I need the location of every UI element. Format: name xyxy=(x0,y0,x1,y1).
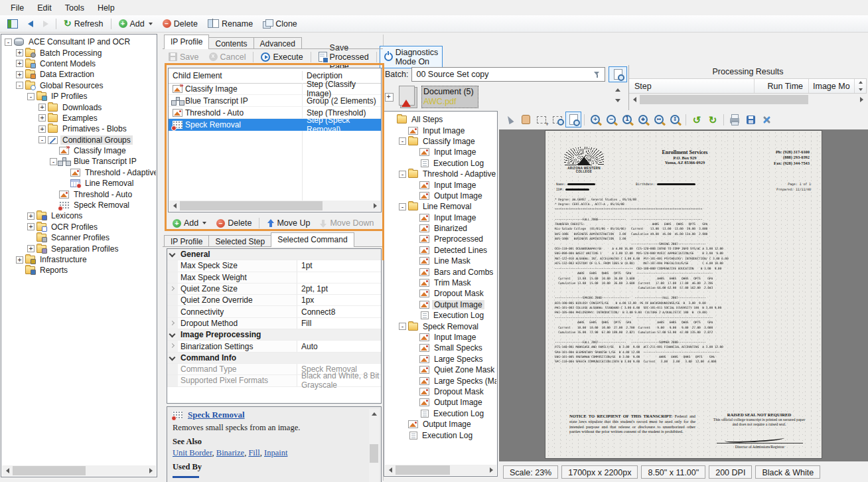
tree-item[interactable]: Blue Transcript IP xyxy=(2,156,156,167)
tree-expander[interactable] xyxy=(399,127,406,134)
tree-expander[interactable] xyxy=(61,169,68,176)
step-tree-item[interactable]: Input Image xyxy=(385,332,496,343)
property-row[interactable]: Max Speck Size 1pt xyxy=(167,260,381,272)
tree-expander[interactable] xyxy=(410,268,417,276)
step-tree-item[interactable]: Execution Log xyxy=(385,310,496,321)
tree-expander[interactable] xyxy=(16,49,23,56)
property-value[interactable]: 2pt, 1pt xyxy=(297,284,381,293)
tree-expander[interactable] xyxy=(410,159,417,167)
tree-expander[interactable] xyxy=(38,136,46,143)
viewer-tool-button[interactable] xyxy=(727,112,743,127)
tree-expander[interactable] xyxy=(5,39,12,46)
tree-expander[interactable] xyxy=(399,203,406,210)
tree-expander[interactable] xyxy=(410,280,417,287)
tree-item[interactable]: Primatives - Blobs xyxy=(2,123,156,134)
column-header-child-element[interactable]: Child Element xyxy=(169,71,303,80)
tree-expander[interactable] xyxy=(388,116,395,123)
tree-expander[interactable] xyxy=(410,149,417,156)
step-tree-item[interactable]: Trim Mask xyxy=(385,278,496,288)
step-tree-item[interactable]: Classify Image xyxy=(385,136,496,147)
property-value[interactable]: 1px xyxy=(297,295,381,305)
scroll-right-icon[interactable] xyxy=(145,465,156,476)
viewer-tool-button[interactable]: + xyxy=(587,112,603,127)
step-tree-item[interactable]: Line Mask xyxy=(385,256,496,266)
step-tree-item[interactable]: Line Removal xyxy=(385,201,496,212)
tree-item[interactable]: Batch Processing xyxy=(2,47,156,58)
property-row[interactable]: General xyxy=(167,249,381,260)
tree-item[interactable]: Line Removal xyxy=(2,178,156,189)
tree-item[interactable]: Downloads xyxy=(2,102,156,112)
tree-item[interactable]: ACE Consultant IP and OCR xyxy=(2,37,156,47)
tree-item[interactable]: OCR Profiles xyxy=(2,222,156,232)
back-button[interactable] xyxy=(23,19,38,29)
menu-item[interactable]: Tools xyxy=(58,1,91,15)
toggle-tree-panel-button[interactable] xyxy=(3,17,23,31)
property-value[interactable]: Connect8 xyxy=(297,307,381,317)
tree-item[interactable]: Threshold - Adaptive xyxy=(2,167,156,178)
see-also-link[interactable]: Fill xyxy=(248,448,259,457)
tree-expander[interactable] xyxy=(16,71,23,78)
tree-expander[interactable] xyxy=(410,377,417,384)
step-tree-item[interactable]: Bars and Combs xyxy=(385,266,496,277)
menu-item[interactable]: Edit xyxy=(31,1,58,15)
viewer-tool-button[interactable] xyxy=(534,112,549,127)
tree-expander[interactable] xyxy=(410,214,417,221)
help-vscrollbar[interactable] xyxy=(369,409,379,482)
scroll-right-icon[interactable] xyxy=(856,94,867,105)
tab[interactable]: Contents xyxy=(208,37,253,49)
tree-expander[interactable] xyxy=(410,258,417,265)
property-row[interactable]: Quiet Zone Size 2pt, 1pt xyxy=(167,283,381,295)
step-tree-item[interactable]: Execution Log xyxy=(385,158,496,169)
tree-expander[interactable] xyxy=(410,388,417,395)
see-also-link[interactable]: Unit Border xyxy=(173,448,212,457)
property-value[interactable]: Auto xyxy=(297,342,381,351)
tree-item[interactable]: Content Models xyxy=(2,58,156,69)
tree-item[interactable]: Threshold - Auto xyxy=(2,189,156,199)
grid-row[interactable]: Blue Transcript IP Group (2 Elements) xyxy=(169,95,381,107)
step-tree-item[interactable]: Quiet Zone Mask xyxy=(385,364,496,375)
step-tree-item[interactable]: Speck Removal xyxy=(385,321,496,331)
tree-expander[interactable] xyxy=(16,82,23,89)
grid-add-button[interactable]: Add xyxy=(168,216,211,230)
tree-expander[interactable] xyxy=(50,158,57,165)
tree-item[interactable]: Global Resources xyxy=(2,80,156,91)
tree-expander[interactable] xyxy=(16,267,23,274)
see-also-link[interactable]: Inpaint xyxy=(264,448,287,457)
tab[interactable]: Selected Command xyxy=(271,232,354,247)
tree-item[interactable]: Data Extraction xyxy=(2,69,156,80)
add-button[interactable]: Add xyxy=(114,17,157,31)
viewer-tool-button[interactable] xyxy=(565,112,581,127)
diagnostics-mode-button[interactable]: Diagnostics Mode On xyxy=(380,46,443,68)
save-button[interactable]: Save xyxy=(164,50,204,64)
rename-button[interactable]: Rename xyxy=(203,17,257,31)
scroll-right-icon[interactable] xyxy=(486,465,496,475)
results-hscrollbar[interactable] xyxy=(629,94,867,105)
step-tree-item[interactable]: Detected Lines xyxy=(385,245,496,256)
column-header-step[interactable]: Step xyxy=(629,79,755,93)
tree-item[interactable]: Examples xyxy=(2,113,156,123)
property-row[interactable]: Image Preprocessing xyxy=(167,329,381,341)
step-tree-item[interactable]: Preprocessed xyxy=(385,234,496,244)
steps-tree-hscrollbar[interactable] xyxy=(385,465,496,475)
property-row[interactable]: Quiet Zone Override 1px xyxy=(167,295,381,306)
tree-item[interactable]: Reports xyxy=(2,265,156,276)
grid-delete-button[interactable]: Delete xyxy=(212,216,256,230)
step-tree-item[interactable]: Small Specks xyxy=(385,343,496,353)
menu-item[interactable]: File xyxy=(4,1,31,15)
tree-expander[interactable] xyxy=(16,256,23,264)
step-tree-item[interactable]: Execution Log xyxy=(385,430,496,440)
viewer-tool-button[interactable]: ↔ xyxy=(651,112,667,127)
step-tree-item[interactable]: Large Specks (Masked) xyxy=(385,375,496,386)
tree-expander[interactable] xyxy=(27,93,35,100)
grid-hscrollbar[interactable] xyxy=(169,201,380,211)
step-tree-item[interactable]: All Steps xyxy=(385,114,496,125)
see-also-link[interactable]: Binarize xyxy=(216,448,244,457)
viewer-tool-button[interactable]: ↕ xyxy=(667,112,683,127)
viewer-tool-button[interactable]: ↻ xyxy=(705,112,721,127)
tree-expander[interactable] xyxy=(50,191,57,198)
tree-item[interactable]: Lexicons xyxy=(2,210,156,221)
scroll-left-icon[interactable] xyxy=(385,465,396,475)
document-expander[interactable] xyxy=(385,93,394,102)
scroll-left-icon[interactable] xyxy=(2,465,13,476)
tree-expander[interactable] xyxy=(399,137,406,145)
